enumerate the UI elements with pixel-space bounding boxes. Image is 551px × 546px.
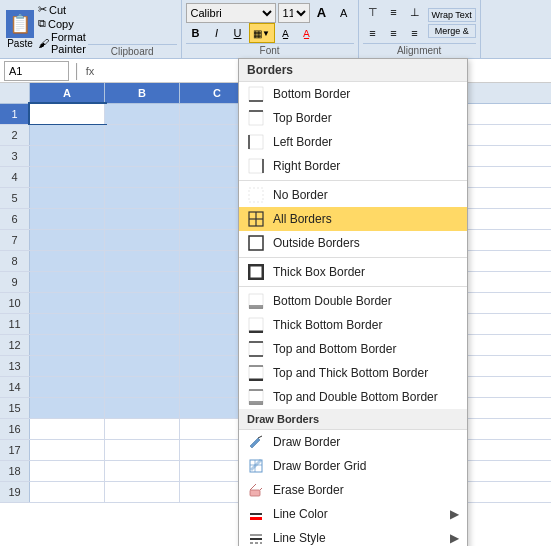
all-borders-label: All Borders <box>273 212 332 226</box>
separator-1 <box>239 180 467 181</box>
paste-label: Paste <box>7 38 33 49</box>
menu-item-bottom-border[interactable]: Bottom Border <box>239 82 467 106</box>
top-border-label: Top Border <box>273 111 332 125</box>
paste-button[interactable]: 📋 Paste <box>6 10 34 49</box>
wrap-text-button[interactable]: Wrap Text <box>428 8 476 22</box>
format-painter-icon: 🖌 <box>38 37 49 49</box>
border-icon: ▦ <box>253 28 262 39</box>
draw-border-icon <box>247 433 265 451</box>
font-color-button[interactable]: A̲ <box>297 23 317 43</box>
svg-rect-22 <box>249 366 263 380</box>
svg-rect-4 <box>249 135 263 149</box>
col-header-a[interactable]: A <box>30 83 105 103</box>
font-size-select[interactable]: 11 <box>278 3 310 23</box>
copy-label: Copy <box>48 18 74 30</box>
bottom-double-border-label: Bottom Double Border <box>273 294 392 308</box>
outside-borders-icon <box>247 234 265 252</box>
erase-border-label: Erase Border <box>273 483 344 497</box>
menu-item-top-double-bottom-border[interactable]: Top and Double Bottom Border <box>239 385 467 409</box>
menu-item-line-style[interactable]: Line Style ▶ <box>239 526 467 546</box>
align-left-button[interactable]: ≡ <box>363 23 383 43</box>
svg-line-34 <box>250 484 256 490</box>
bottom-border-icon <box>247 85 265 103</box>
menu-item-right-border[interactable]: Right Border <box>239 154 467 178</box>
copy-button[interactable]: ⧉ Copy <box>38 17 86 30</box>
align-right-button[interactable]: ≡ <box>405 23 425 43</box>
right-border-icon <box>247 157 265 175</box>
menu-item-outside-borders[interactable]: Outside Borders <box>239 231 467 255</box>
col-header-b[interactable]: B <box>105 83 180 103</box>
font-label: Font <box>186 43 354 56</box>
draw-border-grid-icon <box>247 457 265 475</box>
alignment-label: Alignment <box>363 43 476 56</box>
paste-icon: 📋 <box>6 10 34 38</box>
thick-bottom-border-icon <box>247 316 265 334</box>
cell-a1[interactable] <box>30 104 105 124</box>
cut-label: Cut <box>49 4 66 16</box>
menu-item-thick-box-border[interactable]: Thick Box Border <box>239 260 467 284</box>
menu-item-line-color[interactable]: Line Color ▶ <box>239 502 467 526</box>
svg-rect-6 <box>249 159 263 173</box>
thick-box-border-label: Thick Box Border <box>273 265 365 279</box>
menu-item-all-borders[interactable]: All Borders <box>239 207 467 231</box>
erase-border-icon <box>247 481 265 499</box>
menu-item-left-border[interactable]: Left Border <box>239 130 467 154</box>
svg-rect-8 <box>249 188 263 202</box>
align-top-button[interactable]: ⊤ <box>363 2 383 22</box>
draw-borders-title: Draw Borders <box>239 409 467 430</box>
border-button[interactable]: ▦▼ <box>249 23 275 43</box>
svg-rect-17 <box>249 318 263 332</box>
menu-item-top-bottom-border[interactable]: Top and Bottom Border <box>239 337 467 361</box>
outside-borders-label: Outside Borders <box>273 236 360 250</box>
top-bottom-border-label: Top and Bottom Border <box>273 342 396 356</box>
menu-item-draw-border-grid[interactable]: Draw Border Grid <box>239 454 467 478</box>
align-center-button[interactable]: ≡ <box>384 23 404 43</box>
line-color-arrow: ▶ <box>450 507 459 521</box>
clipboard-group: 📋 Paste ✂ Cut ⧉ Copy 🖌 Format Painter <box>0 0 182 58</box>
underline-button[interactable]: U <box>228 23 248 43</box>
cell-b1[interactable] <box>105 104 180 124</box>
increase-font-button[interactable]: A <box>312 3 332 23</box>
menu-item-draw-border[interactable]: Draw Border <box>239 430 467 454</box>
format-painter-label: Format Painter <box>51 31 86 55</box>
fx-label: fx <box>86 65 95 77</box>
align-middle-button[interactable]: ≡ <box>384 2 404 22</box>
borders-dropdown-menu: Borders Bottom Border Top Border Left Bo… <box>238 58 468 546</box>
border-dropdown-arrow[interactable]: ▼ <box>262 29 270 38</box>
line-style-arrow: ▶ <box>450 531 459 545</box>
menu-item-top-border[interactable]: Top Border <box>239 106 467 130</box>
line-color-label: Line Color <box>273 507 328 521</box>
menu-item-erase-border[interactable]: Erase Border <box>239 478 467 502</box>
alignment-group: ⊤ ≡ ⊥ ≡ ≡ ≡ Wrap Text Merge & Alignment <box>359 0 481 58</box>
menu-item-bottom-double-border[interactable]: Bottom Double Border <box>239 289 467 313</box>
cut-button[interactable]: ✂ Cut <box>38 3 86 16</box>
row-num-1: 1 <box>0 104 30 124</box>
merge-button[interactable]: Merge & <box>428 24 476 38</box>
clipboard-label: Clipboard <box>88 44 177 58</box>
bottom-border-label: Bottom Border <box>273 87 350 101</box>
fill-color-button[interactable]: A̲ <box>276 23 296 43</box>
format-painter-button[interactable]: 🖌 Format Painter <box>38 31 86 55</box>
font-name-select[interactable]: Calibri <box>186 3 276 23</box>
thick-box-border-icon <box>247 263 265 281</box>
menu-item-thick-bottom-border[interactable]: Thick Bottom Border <box>239 313 467 337</box>
svg-rect-19 <box>249 342 263 356</box>
align-bottom-button[interactable]: ⊥ <box>405 2 425 22</box>
bold-button[interactable]: B <box>186 23 206 43</box>
thick-bottom-border-label: Thick Bottom Border <box>273 318 382 332</box>
top-double-bottom-border-label: Top and Double Bottom Border <box>273 390 438 404</box>
menu-item-no-border[interactable]: No Border <box>239 183 467 207</box>
svg-rect-13 <box>249 265 263 279</box>
line-color-icon <box>247 505 265 523</box>
italic-button[interactable]: I <box>207 23 227 43</box>
menu-item-top-thick-bottom-border[interactable]: Top and Thick Bottom Border <box>239 361 467 385</box>
top-border-icon <box>247 109 265 127</box>
formula-divider: │ <box>73 63 82 79</box>
line-style-label: Line Style <box>273 531 326 545</box>
cell-reference-box[interactable] <box>4 61 69 81</box>
svg-rect-33 <box>250 490 260 496</box>
cut-icon: ✂ <box>38 3 47 16</box>
no-border-label: No Border <box>273 188 328 202</box>
svg-rect-2 <box>249 111 263 125</box>
decrease-font-button[interactable]: A <box>334 3 354 23</box>
